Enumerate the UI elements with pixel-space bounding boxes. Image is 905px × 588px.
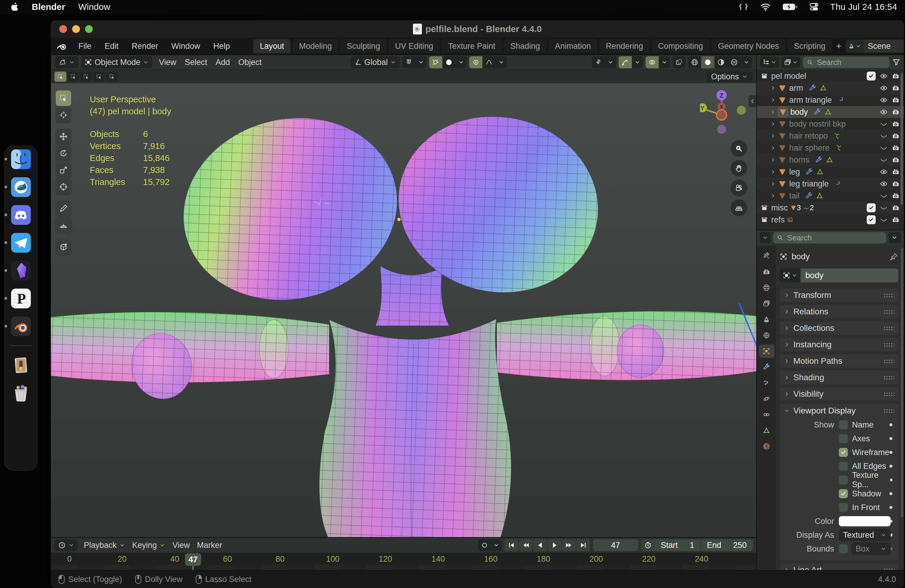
eye-open-icon[interactable] [880, 84, 888, 92]
panel-grip[interactable] [883, 408, 894, 413]
breadcrumb-object-name[interactable]: body [792, 252, 810, 261]
properties-search[interactable] [773, 232, 886, 243]
dock-photos-stack-icon[interactable] [11, 355, 31, 375]
panel-grip[interactable] [883, 568, 894, 570]
animate-dot[interactable] [889, 465, 892, 468]
outliner-item-label[interactable]: hair retopo [789, 132, 828, 141]
topbar-menu-item[interactable]: Edit [99, 40, 124, 53]
eye-closed-icon[interactable] [880, 216, 888, 224]
workspace-tab[interactable]: Sculpting [340, 39, 387, 53]
display-as-dropdown[interactable]: Textured [839, 529, 891, 541]
blender-logo-icon[interactable] [56, 41, 68, 51]
properties-editor-type-dropdown[interactable] [760, 232, 771, 243]
ortho-grid-icon[interactable] [730, 199, 747, 216]
timeline-menu-item[interactable]: Keying [129, 541, 169, 550]
shading-material-button[interactable] [714, 56, 727, 68]
snap-dropdown[interactable] [402, 56, 427, 68]
current-frame-field[interactable]: 47 [593, 539, 638, 551]
close-window-button[interactable] [59, 25, 67, 33]
annotate-tool[interactable] [56, 200, 71, 216]
camera-visibility-icon[interactable] [892, 144, 900, 152]
properties-tab-particles[interactable] [759, 376, 774, 389]
properties-tab-physics[interactable] [759, 392, 774, 405]
viewport-menu-item[interactable]: View [155, 58, 181, 67]
apple-logo-icon[interactable] [10, 2, 19, 12]
collection-checkbox[interactable] [867, 72, 876, 81]
panel-grip[interactable] [883, 359, 894, 363]
dock-blender-icon[interactable] [11, 316, 31, 336]
viewport-display-header[interactable]: Viewport Display [784, 404, 894, 418]
panel-grip[interactable] [883, 293, 894, 297]
menubar-app-name[interactable]: Blender [32, 2, 65, 12]
outliner-item-label[interactable]: arm [789, 84, 803, 93]
outliner-row[interactable]: arm triangle [757, 94, 904, 106]
camera-visibility-icon[interactable] [892, 120, 900, 128]
rotate-tool[interactable] [56, 146, 71, 161]
dock-telegram-icon[interactable] [11, 233, 31, 253]
scene-name[interactable]: Scene [864, 41, 904, 51]
shading-dropdown[interactable] [741, 56, 752, 68]
shading-wireframe-button[interactable] [688, 56, 701, 68]
workspace-tab[interactable]: Animation [548, 39, 597, 53]
animate-dot[interactable] [890, 478, 892, 482]
topbar-menu-item[interactable]: Help [208, 40, 235, 53]
camera-visibility-icon[interactable] [892, 72, 900, 80]
select-mode-extend-button[interactable] [67, 72, 79, 82]
expand-chevron-icon[interactable] [770, 169, 776, 175]
outliner-row[interactable]: refs [757, 214, 904, 226]
checkbox-label[interactable]: Axes [852, 434, 870, 443]
editor-type-dropdown[interactable] [55, 56, 78, 68]
expand-chevron-icon[interactable] [770, 145, 776, 151]
expand-chevron-icon[interactable] [770, 85, 776, 91]
menubar-clock[interactable]: Thu Jul 24 16:54 [830, 2, 897, 12]
pan-hand-icon[interactable] [730, 160, 747, 176]
bounds-dropdown[interactable]: Box [851, 542, 891, 555]
outliner-display-mode-dropdown[interactable] [781, 57, 800, 68]
outliner-search-input[interactable] [816, 57, 886, 67]
checkbox-label[interactable]: All Edges [852, 462, 886, 471]
scale-tool[interactable] [56, 162, 71, 178]
scene-selector[interactable]: Scene [846, 40, 904, 53]
outliner-item-label[interactable]: leg triangle [789, 180, 829, 189]
mode-dropdown[interactable]: Object Mode [81, 56, 152, 68]
camera-visibility-icon[interactable] [892, 216, 900, 224]
outliner-editor-type-dropdown[interactable] [760, 57, 779, 68]
checkbox-label[interactable]: Shadow [852, 489, 881, 499]
expand-chevron-icon[interactable] [770, 97, 776, 103]
outliner-item-label[interactable]: refs [771, 215, 785, 224]
properties-tab-object[interactable] [759, 345, 774, 358]
topbar-menu-item[interactable]: Window [166, 40, 206, 53]
properties-tab-output[interactable] [759, 281, 774, 294]
camera-visibility-icon[interactable] [892, 132, 900, 140]
properties-tab-tool[interactable] [759, 250, 774, 262]
viewport-canvas[interactable]: User Perspective (47) pel model | body O… [51, 83, 756, 537]
eye-closed-icon[interactable] [880, 204, 888, 212]
airpods-icon[interactable] [738, 2, 749, 11]
expand-chevron-icon[interactable] [770, 157, 776, 163]
properties-tab-data[interactable] [759, 424, 774, 437]
eye-closed-icon[interactable] [880, 120, 888, 128]
properties-options-dropdown[interactable] [889, 232, 901, 243]
camera-visibility-icon[interactable] [892, 96, 900, 104]
outliner-row[interactable]: arm [757, 82, 904, 94]
camera-visibility-icon[interactable] [892, 156, 900, 164]
camera-visibility-icon[interactable] [892, 168, 900, 176]
use-preview-range-button[interactable] [641, 539, 655, 551]
panel-grip[interactable] [883, 326, 894, 330]
panel-grip[interactable] [883, 343, 894, 347]
workspace-tab[interactable]: Shading [504, 39, 546, 53]
object-name-field[interactable]: body [800, 269, 899, 282]
workspace-tab[interactable]: UV Editing [389, 39, 440, 53]
line-art-panel-header[interactable]: Line Art [780, 563, 899, 570]
checkbox-label[interactable]: In Front [852, 503, 880, 512]
camera-visibility-icon[interactable] [892, 180, 900, 188]
outliner-row[interactable]: hair retopo [757, 130, 904, 142]
sidebar-collapse-arrow[interactable] [748, 95, 756, 107]
checkbox[interactable] [839, 462, 848, 470]
camera-view-icon[interactable] [730, 180, 747, 196]
dock-trash-icon[interactable] [11, 383, 31, 403]
outliner-item-label[interactable]: arm triangle [789, 95, 832, 105]
play-button[interactable] [548, 539, 561, 551]
transform-tool[interactable] [56, 179, 71, 195]
expand-chevron-icon[interactable] [770, 193, 776, 199]
